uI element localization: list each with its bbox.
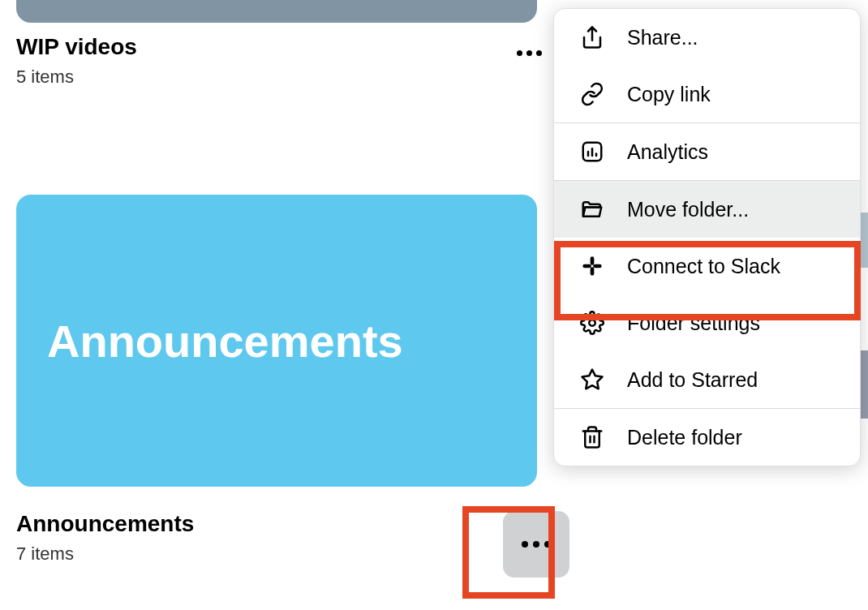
- slack-icon: [578, 252, 606, 280]
- menu-item-delete-folder[interactable]: Delete folder: [554, 409, 860, 466]
- folder-more-button-active[interactable]: [503, 511, 569, 578]
- folder-card-label: Announcements: [47, 315, 403, 367]
- folder-open-icon: [578, 195, 606, 223]
- background-sidebar-hints: [860, 0, 868, 610]
- folder-card-collapsed[interactable]: [16, 0, 537, 23]
- share-icon: [578, 24, 606, 51]
- svg-rect-7: [582, 264, 591, 268]
- svg-marker-10: [582, 370, 603, 389]
- svg-rect-5: [591, 256, 595, 265]
- folder-subtitle: 7 items: [16, 543, 194, 565]
- menu-label: Add to Starred: [627, 368, 758, 392]
- star-icon: [578, 366, 606, 393]
- link-icon: [578, 80, 606, 108]
- menu-item-add-starred[interactable]: Add to Starred: [554, 351, 860, 408]
- menu-label: Copy link: [627, 83, 711, 106]
- folder-header-row: Announcements 7 items: [16, 511, 569, 578]
- menu-label: Analytics: [627, 140, 708, 164]
- folder-info: WIP videos 5 items: [16, 34, 137, 88]
- menu-label: Share...: [627, 26, 698, 49]
- menu-label: Connect to Slack: [627, 255, 780, 278]
- folder-info-block: Announcements 7 items: [16, 511, 868, 578]
- menu-item-folder-settings[interactable]: Folder settings: [554, 294, 860, 351]
- menu-label: Move folder...: [627, 198, 749, 221]
- gear-icon: [578, 309, 606, 337]
- menu-label: Folder settings: [627, 311, 760, 335]
- folder-title: WIP videos: [16, 34, 137, 60]
- folder-info: Announcements 7 items: [16, 511, 194, 565]
- menu-item-analytics[interactable]: Analytics: [554, 123, 860, 180]
- svg-rect-8: [593, 264, 602, 268]
- folder-header-row: WIP videos 5 items: [16, 34, 552, 88]
- menu-item-connect-slack[interactable]: Connect to Slack: [554, 238, 860, 294]
- menu-item-share[interactable]: Share...: [554, 9, 860, 66]
- menu-item-move-folder[interactable]: Move folder...: [554, 181, 860, 238]
- folder-title: Announcements: [16, 511, 194, 537]
- svg-rect-6: [591, 267, 595, 276]
- trash-icon: [578, 423, 606, 451]
- menu-item-copy-link[interactable]: Copy link: [554, 66, 860, 122]
- folder-context-menu: Share... Copy link Analytics: [553, 8, 861, 466]
- analytics-icon: [578, 138, 606, 165]
- folder-subtitle: 5 items: [16, 67, 137, 88]
- folder-more-button[interactable]: [507, 41, 552, 66]
- menu-label: Delete folder: [627, 426, 742, 449]
- svg-point-9: [589, 320, 595, 326]
- folder-card-announcements[interactable]: Announcements: [16, 195, 537, 487]
